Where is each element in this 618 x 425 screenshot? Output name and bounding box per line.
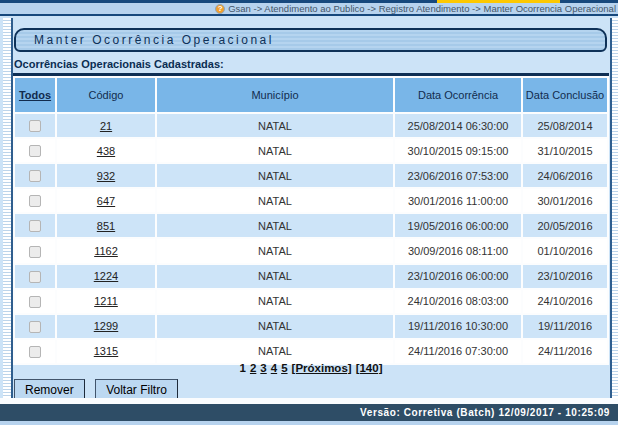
help-icon[interactable]: ? <box>215 4 225 14</box>
data-conclusao-cell: 24/06/2016 <box>523 164 607 187</box>
municipio-cell: NATAL <box>157 340 393 363</box>
row-checkbox[interactable] <box>29 296 41 308</box>
data-ocorrencia-cell: 24/10/2016 08:03:00 <box>395 290 521 313</box>
version-text: Versão: Corretiva (Batch) 12/09/2017 - 1… <box>360 407 610 418</box>
pagination-page-link[interactable]: 5 <box>281 362 287 374</box>
data-ocorrencia-cell: 23/06/2016 07:53:00 <box>395 164 521 187</box>
row-checkbox[interactable] <box>29 271 41 283</box>
municipio-cell: NATAL <box>157 164 393 187</box>
select-all-link[interactable]: Todos <box>19 89 51 101</box>
row-checkbox[interactable] <box>29 321 41 333</box>
row-checkbox[interactable] <box>29 195 41 207</box>
data-conclusao-cell: 20/05/2016 <box>523 214 607 237</box>
data-conclusao-cell: 19/11/2016 <box>523 315 607 338</box>
breadcrumb: Gsan -> Atendimento ao Publico -> Regist… <box>228 3 616 14</box>
gsan-window: ? Gsan -> Atendimento ao Publico -> Regi… <box>0 0 618 425</box>
data-conclusao-cell: 30/01/2016 <box>523 189 607 212</box>
row-select-cell <box>15 290 55 313</box>
municipio-cell: NATAL <box>157 290 393 313</box>
data-ocorrencia-cell: 19/11/2016 10:30:00 <box>395 315 521 338</box>
codigo-link[interactable]: 21 <box>100 120 112 132</box>
breadcrumb-bar: ? Gsan -> Atendimento ao Publico -> Regi… <box>0 3 618 16</box>
row-select-cell <box>15 239 55 262</box>
row-select-cell <box>15 189 55 212</box>
codigo-link[interactable]: 647 <box>97 195 115 207</box>
table-header-row: Todos Código Município Data Ocorrência D… <box>15 78 607 112</box>
data-ocorrencia-cell: 25/08/2014 06:30:00 <box>395 114 521 137</box>
table-row: 932NATAL23/06/2016 07:53:0024/06/2016 <box>15 164 607 187</box>
codigo-link[interactable]: 851 <box>97 220 115 232</box>
row-select-cell <box>15 340 55 363</box>
remover-button[interactable]: Remover <box>14 379 85 400</box>
codigo-link[interactable]: 438 <box>97 145 115 157</box>
row-checkbox[interactable] <box>29 170 41 182</box>
table-row: 1211NATAL24/10/2016 08:03:0024/10/2016 <box>15 290 607 313</box>
content-area: Manter Ocorrência Operacional Ocorrência… <box>0 18 618 398</box>
pagination-last-link[interactable]: [140] <box>356 362 383 374</box>
row-checkbox[interactable] <box>29 246 41 258</box>
bottom-strip <box>0 421 618 425</box>
page-title: Manter Ocorrência Operacional <box>34 33 274 47</box>
button-row: Remover Voltar Filtro <box>14 379 184 400</box>
row-select-cell <box>15 315 55 338</box>
municipio-cell: NATAL <box>157 139 393 162</box>
codigo-link[interactable]: 1315 <box>94 345 118 357</box>
pagination: 12345[Próximos][140] <box>13 362 609 374</box>
data-ocorrencia-cell: 19/05/2016 06:00:00 <box>395 214 521 237</box>
pagination-current-page: 1 <box>240 362 246 374</box>
table-row: 1162NATAL30/09/2016 08:11:0001/10/2016 <box>15 239 607 262</box>
data-conclusao-cell: 25/08/2014 <box>523 114 607 137</box>
municipio-cell: NATAL <box>157 239 393 262</box>
municipio-cell: NATAL <box>157 265 393 288</box>
data-conclusao-cell: 23/10/2016 <box>523 265 607 288</box>
row-select-cell <box>15 114 55 137</box>
pagination-pages: 2345 <box>248 362 290 374</box>
table-row: 1224NATAL23/10/2016 06:00:0023/10/2016 <box>15 265 607 288</box>
row-checkbox[interactable] <box>29 220 41 232</box>
page-title-bar: Manter Ocorrência Operacional <box>14 28 607 52</box>
row-select-cell <box>15 214 55 237</box>
codigo-link[interactable]: 1224 <box>94 270 118 282</box>
row-checkbox[interactable] <box>29 145 41 157</box>
data-ocorrencia-cell: 30/10/2015 09:15:00 <box>395 139 521 162</box>
pagination-next-link[interactable]: [Próximos] <box>292 362 352 374</box>
row-select-cell <box>15 265 55 288</box>
row-checkbox[interactable] <box>29 120 41 132</box>
pagination-page-link[interactable]: 3 <box>260 362 266 374</box>
municipio-cell: NATAL <box>157 214 393 237</box>
left-edge-decoration <box>3 18 13 398</box>
occurrences-table: Todos Código Município Data Ocorrência D… <box>13 73 609 365</box>
codigo-link[interactable]: 1299 <box>94 320 118 332</box>
right-edge-decoration <box>610 18 618 398</box>
row-select-cell <box>15 139 55 162</box>
codigo-link[interactable]: 1211 <box>94 295 118 307</box>
col-header-data-ocorrencia: Data Ocorrência <box>395 78 521 112</box>
data-ocorrencia-cell: 23/10/2016 06:00:00 <box>395 265 521 288</box>
col-header-municipio: Município <box>157 78 393 112</box>
table-row: 647NATAL30/01/2016 11:00:0030/01/2016 <box>15 189 607 212</box>
table-body: 21NATAL25/08/2014 06:30:0025/08/2014438N… <box>15 114 607 363</box>
pagination-page-link[interactable]: 4 <box>271 362 277 374</box>
col-header-data-conclusao: Data Conclusão <box>523 78 607 112</box>
codigo-link[interactable]: 1162 <box>94 245 118 257</box>
municipio-cell: NATAL <box>157 114 393 137</box>
table-row: 1299NATAL19/11/2016 10:30:0019/11/2016 <box>15 315 607 338</box>
row-checkbox[interactable] <box>29 346 41 358</box>
data-ocorrencia-cell: 30/01/2016 11:00:00 <box>395 189 521 212</box>
data-ocorrencia-cell: 24/11/2016 07:30:00 <box>395 340 521 363</box>
row-select-cell <box>15 164 55 187</box>
table-row: 21NATAL25/08/2014 06:30:0025/08/2014 <box>15 114 607 137</box>
version-bar: Versão: Corretiva (Batch) 12/09/2017 - 1… <box>0 404 618 421</box>
municipio-cell: NATAL <box>157 315 393 338</box>
table-row: 851NATAL19/05/2016 06:00:0020/05/2016 <box>15 214 607 237</box>
table-row: 1315NATAL24/11/2016 07:30:0024/11/2016 <box>15 340 607 363</box>
pagination-page-link[interactable]: 2 <box>250 362 256 374</box>
voltar-filtro-button[interactable]: Voltar Filtro <box>95 379 178 400</box>
data-ocorrencia-cell: 30/09/2016 08:11:00 <box>395 239 521 262</box>
codigo-link[interactable]: 932 <box>97 170 115 182</box>
section-label: Ocorrências Operacionais Cadastradas: <box>14 58 224 70</box>
table-row: 438NATAL30/10/2015 09:15:0031/10/2015 <box>15 139 607 162</box>
data-conclusao-cell: 24/11/2016 <box>523 340 607 363</box>
municipio-cell: NATAL <box>157 189 393 212</box>
data-conclusao-cell: 31/10/2015 <box>523 139 607 162</box>
